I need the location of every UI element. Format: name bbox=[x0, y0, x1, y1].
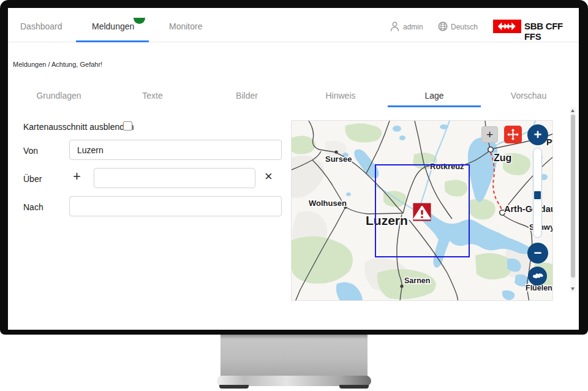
app-screen: Dashboard Meldungen Monitore admin Deuts… bbox=[8, 8, 579, 330]
ueber-label: Über bbox=[23, 174, 42, 184]
nach-label: Nach bbox=[23, 202, 43, 212]
hide-map-checkbox[interactable] bbox=[123, 121, 132, 131]
tab-bilder[interactable]: Bilder bbox=[207, 91, 287, 101]
tab-texte[interactable]: Texte bbox=[113, 91, 192, 101]
sbb-arrows-icon bbox=[497, 21, 518, 31]
switzerland-icon bbox=[531, 271, 545, 281]
zoom-slider[interactable] bbox=[533, 148, 542, 238]
map[interactable]: Sursee Wolhusen Rotkreuz Zug Luzern Arth… bbox=[291, 120, 553, 301]
sbb-logo bbox=[493, 20, 521, 33]
add-via-button[interactable]: + bbox=[73, 170, 81, 183]
ueber-input[interactable] bbox=[94, 168, 255, 188]
map-label-wolhusen: Wolhusen bbox=[309, 199, 347, 208]
scrollbar-up-arrow[interactable] bbox=[571, 109, 575, 112]
globe-icon bbox=[438, 21, 448, 34]
zoom-out-button[interactable]: − bbox=[527, 243, 548, 264]
stage: Dashboard Meldungen Monitore admin Deuts… bbox=[0, 0, 588, 391]
brand-text: SBB CFF FFS bbox=[524, 21, 579, 42]
tab-lage[interactable]: Lage bbox=[394, 91, 474, 101]
notification-badge bbox=[134, 18, 145, 24]
von-label: Von bbox=[23, 146, 38, 156]
map-label-luzern: Luzern bbox=[366, 213, 408, 227]
tab-hinweis[interactable]: Hinweis bbox=[301, 91, 380, 101]
user-icon bbox=[390, 21, 399, 34]
nav-item-meldungen[interactable]: Meldungen bbox=[92, 21, 134, 31]
page-scrollbar[interactable] bbox=[570, 107, 576, 292]
active-nav-underline bbox=[76, 40, 149, 42]
monitor-foot-right bbox=[339, 385, 369, 389]
map-label-sursee: Sursee bbox=[325, 154, 352, 164]
hide-map-label: Kartenausschnitt ausblenden bbox=[23, 122, 134, 132]
map-canvas: Sursee Wolhusen Rotkreuz Zug Luzern Arth… bbox=[292, 121, 553, 301]
zoom-slider-handle[interactable] bbox=[534, 191, 541, 199]
reset-extent-button[interactable] bbox=[528, 267, 547, 286]
monitor-foot-left bbox=[219, 385, 249, 389]
user-menu[interactable]: admin bbox=[403, 23, 423, 31]
nach-input[interactable] bbox=[69, 196, 282, 216]
map-label-zug: Zug bbox=[494, 153, 511, 163]
warning-marker-icon[interactable] bbox=[413, 203, 431, 221]
zoom-in-button[interactable]: + bbox=[527, 124, 548, 145]
tab-vorschau[interactable]: Vorschau bbox=[489, 91, 568, 101]
map-label-sarnen: Sarnen bbox=[404, 276, 430, 285]
move-arrows-icon bbox=[507, 129, 519, 140]
language-menu[interactable]: Deutsch bbox=[451, 23, 478, 31]
map-label-arth-goldau: Arth-Goldau bbox=[504, 204, 553, 214]
scrollbar-down-arrow[interactable] bbox=[571, 287, 575, 290]
tab-grundlagen[interactable]: Grundlagen bbox=[19, 91, 99, 101]
breadcrumb: Meldungen / Achtung, Gefahr! bbox=[13, 61, 102, 68]
von-input[interactable] bbox=[69, 140, 282, 160]
active-tab-underline bbox=[388, 105, 481, 107]
scrollbar-thumb[interactable] bbox=[571, 115, 575, 278]
nav-item-dashboard[interactable]: Dashboard bbox=[20, 21, 62, 31]
map-label-rotkreuz: Rotkreuz bbox=[430, 162, 464, 171]
clear-via-button[interactable]: × bbox=[265, 170, 273, 183]
monitor-stand-neck bbox=[221, 335, 368, 379]
top-nav: Dashboard Meldungen Monitore admin Deuts… bbox=[8, 8, 579, 42]
nav-item-monitore[interactable]: Monitore bbox=[169, 21, 202, 31]
pan-mode-button[interactable] bbox=[504, 126, 522, 143]
box-zoom-button[interactable]: + bbox=[481, 126, 498, 143]
